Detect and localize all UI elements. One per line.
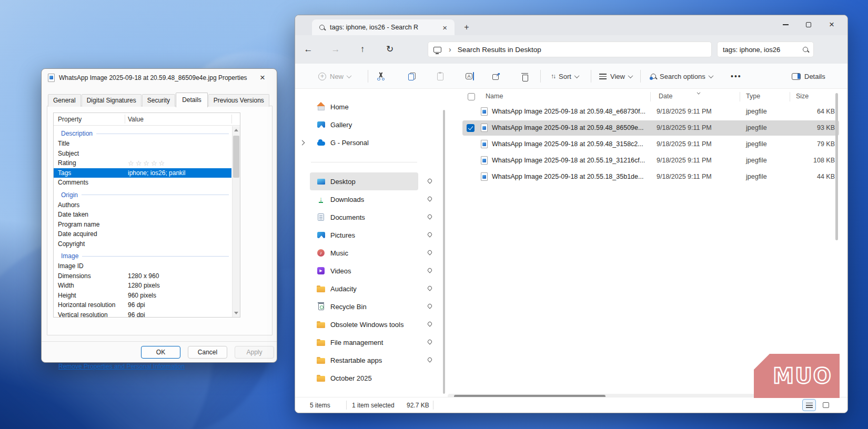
cut-button[interactable] [377,64,385,89]
sidebar-item-gallery[interactable]: Gallery [310,116,418,134]
column-header-size[interactable]: Size [796,93,809,100]
scroll-up-arrow-icon[interactable] [234,129,238,131]
maximize-button[interactable] [797,15,820,34]
tab-digital-signatures[interactable]: Digital Signatures [82,94,142,107]
close-window-button[interactable]: × [820,15,843,34]
ok-button[interactable]: OK [141,346,180,359]
property-row-title[interactable]: Title [54,139,231,149]
pin-icon [427,303,432,309]
file-row[interactable]: WhatsApp Image 2025-09-18 at 20.59.48_e6… [448,104,840,120]
property-row-tags[interactable]: Tagsiphone; ios26; pankil [54,168,231,178]
tab-close-icon[interactable]: × [439,23,450,32]
file-row[interactable]: WhatsApp Image 2025-09-18 at 20.55.19_31… [448,152,840,169]
navigation-bar: ← → ↑ ↻ › Search Results in Desktop [295,35,847,64]
property-row-subject[interactable]: Subject [54,149,231,159]
pictures-icon [317,232,325,238]
muo-watermark-text: MUO [773,364,832,388]
sidebar-item-recycle-bin[interactable]: Recycle Bin [310,298,418,315]
chevron-down-icon [708,73,713,78]
search-icon[interactable] [803,47,808,52]
new-tab-button[interactable]: + [460,22,473,34]
delete-button[interactable] [521,64,528,89]
remove-properties-link[interactable]: Remove Properties and Personal Informati… [58,363,185,370]
property-row-copyright[interactable]: Copyright [54,239,231,249]
scrollbar-thumb[interactable] [233,136,239,178]
sidebar-item-pictures[interactable]: Pictures [310,226,418,244]
property-row-image-id[interactable]: Image ID [54,261,231,271]
sidebar-item-music[interactable]: ♪ Music [310,244,418,262]
details-pane-button[interactable]: Details [792,64,825,89]
expand-chevron-icon[interactable] [300,140,305,145]
property-row-width[interactable]: Width1280 pixels [54,281,231,291]
file-row[interactable]: WhatsApp Image 2025-09-18 at 20.59.48_31… [448,136,840,152]
property-row-date-taken[interactable]: Date taken [54,210,231,220]
refresh-button[interactable]: ↻ [382,42,397,57]
sidebar-item-onedrive[interactable]: G - Personal [310,134,418,151]
column-header-type[interactable]: Type [746,93,760,100]
select-all-checkbox[interactable] [468,93,475,100]
file-row-selected[interactable]: WhatsApp Image 2025-09-18 at 20.59.48_86… [448,120,840,136]
scrollbar-thumb[interactable] [835,93,838,240]
search-input[interactable] [723,42,798,57]
close-icon[interactable]: × [255,73,270,83]
new-button[interactable]: + New [318,64,351,89]
property-row-program-name[interactable]: Program name [54,220,231,230]
scroll-down-arrow-icon[interactable] [234,312,238,314]
sidebar-item-october-2025[interactable]: October 2025 [310,369,418,387]
forward-button[interactable]: → [328,42,343,57]
videos-icon: ▶ [317,267,325,274]
property-row-vertical-resolution[interactable]: Vertical resolution96 dpi [54,310,231,318]
column-header-date[interactable]: Date [659,93,672,100]
sort-button[interactable]: ↑↓ Sort [551,64,579,89]
back-button[interactable]: ← [301,42,316,57]
sidebar-item-obsolete-windows-tools[interactable]: Obsolete Windows tools [310,315,418,333]
file-row[interactable]: WhatsApp Image 2025-09-18 at 20.55.18_35… [448,169,840,185]
breadcrumb[interactable]: Search Results in Desktop [458,46,541,54]
folder-icon [317,287,325,292]
sidebar-item-file-management[interactable]: File management [310,333,418,351]
property-list-scrollbar[interactable] [232,126,240,317]
search-options-button[interactable]: Search options [651,64,713,89]
sidebar-item-downloads[interactable]: ↓ Downloads [310,190,418,208]
folder-icon [317,376,325,382]
more-options-button[interactable]: ••• [731,64,742,89]
column-header-name[interactable]: Name [486,93,503,100]
property-row-dimensions[interactable]: Dimensions1280 x 960 [54,271,231,281]
sidebar-item-documents[interactable]: Documents [310,208,418,226]
tab-general[interactable]: General [48,94,81,107]
property-row-authors[interactable]: Authors [54,200,231,210]
property-row-height[interactable]: Height960 pixels [54,291,231,301]
sidebar-item-home[interactable]: Home [310,98,418,116]
sidebar-item-videos[interactable]: ▶ Videos [310,262,418,280]
file-list-scrollbar[interactable] [835,93,838,393]
tags-value[interactable]: iphone; ios26; pankil [125,169,185,177]
rating-stars[interactable]: ☆☆☆☆☆ [125,159,166,167]
tab-security[interactable]: Security [142,94,175,107]
explorer-tab[interactable]: tags: iphone, ios26 - Search R × [312,19,455,35]
property-row-comments[interactable]: Comments [54,178,231,188]
share-button[interactable]: ↗ [492,64,500,89]
address-bar[interactable]: › Search Results in Desktop [428,42,712,57]
rename-button[interactable]: A [466,64,474,89]
apply-button[interactable]: Apply [235,346,274,359]
thumbnail-view-toggle[interactable] [819,399,833,411]
sidebar-item-audacity[interactable]: Audacity [310,280,418,298]
view-button[interactable]: View [599,64,632,89]
cancel-button[interactable]: Cancel [188,346,227,359]
minimize-button[interactable] [774,15,797,34]
property-row-date-acquired[interactable]: Date acquired [54,229,231,239]
paste-button[interactable] [437,64,443,89]
property-row-rating[interactable]: Rating ☆☆☆☆☆ [54,158,231,168]
checked-checkbox[interactable] [467,124,475,132]
chevron-down-icon [628,73,633,78]
sidebar-scrollbar[interactable] [443,110,445,394]
tab-previous-versions[interactable]: Previous Versions [208,94,269,107]
property-row-horizontal-resolution[interactable]: Horizontal resolution96 dpi [54,300,231,310]
tab-details[interactable]: Details [176,93,208,107]
toolbar-divider [591,70,591,83]
copy-button[interactable] [408,64,416,89]
sidebar-item-restartable-apps[interactable]: Restartable apps [310,351,418,369]
up-button[interactable]: ↑ [355,42,370,57]
sidebar-item-desktop[interactable]: Desktop [310,172,418,190]
list-view-toggle[interactable] [802,399,816,411]
